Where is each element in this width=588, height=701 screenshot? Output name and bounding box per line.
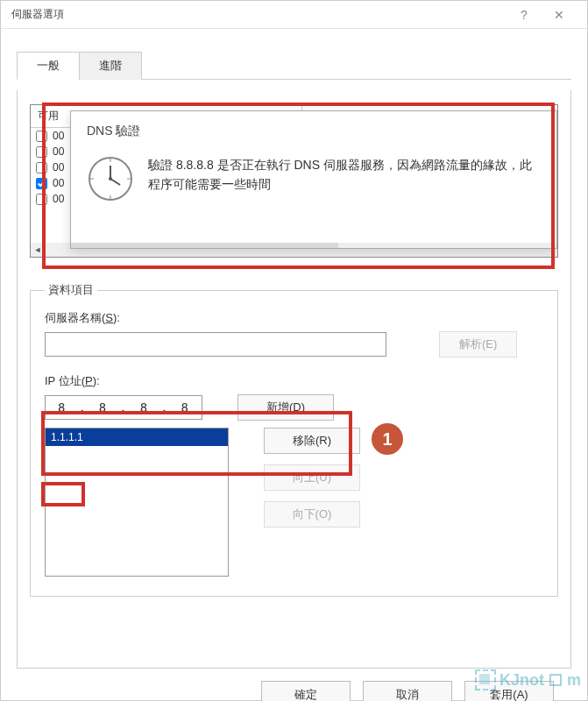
- add-button[interactable]: 新增(D): [237, 394, 334, 421]
- progress-bar: [71, 243, 556, 248]
- list-checkbox[interactable]: [36, 194, 47, 205]
- watermark: KJnot m: [475, 669, 581, 690]
- tab-general[interactable]: 一般: [17, 52, 80, 80]
- server-name-label: 伺服器名稱(S):: [45, 310, 543, 326]
- data-items-group: 資料項目 伺服器名稱(S): 解析(E) IP 位址(P): 8. 8. 8. …: [30, 282, 558, 597]
- dns-dialog-title: DNS 驗證: [71, 111, 556, 146]
- ip-address-input[interactable]: 8. 8. 8. 8: [45, 395, 202, 420]
- remove-button[interactable]: 移除(R): [264, 428, 360, 454]
- ip-address-label: IP 位址(P):: [45, 373, 543, 389]
- options-listbox[interactable]: 可用 00 00 00 00 00 ◄ DNS 驗證 驗證 8.8.8.8 是否…: [30, 104, 558, 258]
- watermark-logo-icon: [475, 669, 496, 690]
- list-checkbox[interactable]: [36, 131, 47, 142]
- group-legend: 資料項目: [45, 282, 97, 298]
- titlebar: 伺服器選項 ? ✕: [1, 1, 587, 29]
- move-down-button[interactable]: 向下(O): [264, 501, 360, 528]
- tab-advanced[interactable]: 進階: [79, 52, 142, 80]
- list-checkbox[interactable]: [36, 146, 47, 158]
- list-checkbox[interactable]: [36, 162, 47, 173]
- dns-verify-dialog: DNS 驗證 驗證 8.8.8.8 是否正在執行 DNS 伺服器服務，因為網路流…: [70, 110, 557, 249]
- dns-dialog-message: 驗證 8.8.8.8 是否正在執行 DNS 伺服器服務，因為網路流量的緣故，此程…: [148, 155, 541, 195]
- help-icon[interactable]: ?: [507, 8, 542, 22]
- tab-content: 可用 00 00 00 00 00 ◄ DNS 驗證 驗證 8.8.8.8 是否…: [17, 90, 571, 669]
- server-name-input[interactable]: [45, 332, 386, 357]
- svg-point-3: [109, 177, 112, 181]
- annotation-badge-1: 1: [372, 423, 403, 455]
- tab-bar: 一般 進階: [17, 51, 571, 80]
- move-up-button[interactable]: 向上(U): [264, 464, 360, 491]
- ok-button[interactable]: 確定: [261, 681, 351, 701]
- server-options-window: 伺服器選項 ? ✕ 一般 進階 可用 00 00 00 00 00 ◄: [0, 0, 588, 701]
- window-title: 伺服器選項: [11, 7, 507, 22]
- close-icon[interactable]: ✕: [542, 8, 577, 22]
- clock-icon: [87, 155, 134, 205]
- ip-list[interactable]: 1.1.1.1: [45, 428, 229, 577]
- ip-list-item[interactable]: 1.1.1.1: [46, 428, 228, 446]
- cancel-button[interactable]: 取消: [363, 681, 452, 701]
- resolve-button[interactable]: 解析(E): [439, 331, 517, 358]
- list-checkbox[interactable]: [36, 178, 47, 189]
